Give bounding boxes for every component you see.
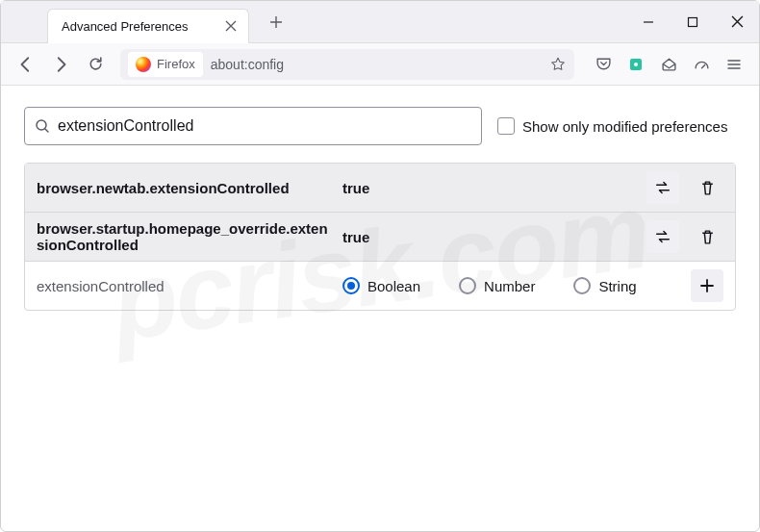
close-window-button[interactable]: [715, 1, 759, 42]
tab-strip: Advanced Preferences: [1, 1, 759, 43]
firefox-logo-icon: [136, 57, 151, 72]
radio-boolean[interactable]: Boolean: [342, 277, 420, 294]
checkbox-icon: [497, 117, 515, 135]
radio-icon: [459, 277, 476, 294]
minimize-button[interactable]: [626, 1, 671, 42]
tab-title: Advanced Preferences: [62, 19, 215, 34]
forward-button[interactable]: [45, 49, 76, 80]
pref-name: browser.startup.homepage_override.extens…: [37, 220, 333, 253]
pocket-icon[interactable]: [588, 49, 619, 80]
delete-button[interactable]: [691, 171, 723, 204]
svg-rect-0: [689, 17, 697, 26]
gauge-icon[interactable]: [686, 49, 717, 80]
tab-close-button[interactable]: [223, 18, 239, 34]
maximize-button[interactable]: [671, 1, 715, 42]
type-radio-group: Boolean Number String: [342, 277, 681, 294]
radio-label: Boolean: [367, 278, 420, 294]
pref-value: true: [342, 180, 637, 196]
toggle-button[interactable]: [646, 171, 679, 204]
url-text: about:config: [211, 57, 542, 72]
identity-box[interactable]: Firefox: [128, 52, 203, 77]
radio-icon: [342, 277, 360, 294]
show-modified-label: Show only modified preferences: [522, 118, 727, 135]
bookmark-star-icon[interactable]: [549, 56, 567, 73]
back-button[interactable]: [11, 49, 41, 80]
pref-row[interactable]: browser.newtab.extensionControlled true: [25, 164, 735, 212]
add-button[interactable]: [691, 269, 723, 302]
search-icon: [35, 118, 50, 134]
svg-point-2: [634, 63, 638, 66]
radio-icon: [573, 277, 591, 294]
identity-label: Firefox: [157, 57, 195, 71]
search-box[interactable]: [24, 107, 482, 145]
radio-number[interactable]: Number: [459, 277, 535, 294]
radio-label: Number: [484, 278, 535, 294]
about-config-content: Show only modified preferences browser.n…: [1, 86, 759, 531]
inbox-icon[interactable]: [653, 49, 684, 80]
toggle-button[interactable]: [646, 220, 679, 253]
search-input[interactable]: [58, 117, 471, 135]
window-controls: [626, 1, 759, 42]
results-list: browser.newtab.extensionControlled true …: [24, 163, 736, 311]
browser-window: Advanced Preferences: [0, 0, 760, 532]
address-bar[interactable]: Firefox about:config: [120, 49, 574, 80]
hamburger-menu-icon[interactable]: [719, 49, 749, 80]
pref-row[interactable]: browser.startup.homepage_override.extens…: [25, 212, 735, 261]
radio-label: String: [598, 278, 636, 294]
row-actions: [646, 220, 723, 253]
show-modified-checkbox[interactable]: Show only modified preferences: [497, 117, 727, 135]
pref-value: true: [342, 229, 637, 245]
pref-name: browser.newtab.extensionControlled: [37, 180, 333, 196]
add-pref-name: extensionControlled: [37, 278, 333, 294]
radio-string[interactable]: String: [573, 277, 636, 294]
row-actions: [691, 269, 723, 302]
search-row: Show only modified preferences: [24, 107, 736, 145]
delete-button[interactable]: [691, 220, 723, 253]
toolbar-right-icons: [588, 49, 749, 80]
reload-button[interactable]: [80, 49, 111, 80]
new-tab-button[interactable]: [261, 7, 291, 38]
row-actions: [646, 171, 723, 204]
extension-icon[interactable]: [621, 49, 651, 80]
tab-active[interactable]: Advanced Preferences: [47, 9, 249, 43]
add-pref-row: extensionControlled Boolean Number Strin…: [25, 261, 735, 310]
nav-toolbar: Firefox about:config: [1, 43, 759, 86]
